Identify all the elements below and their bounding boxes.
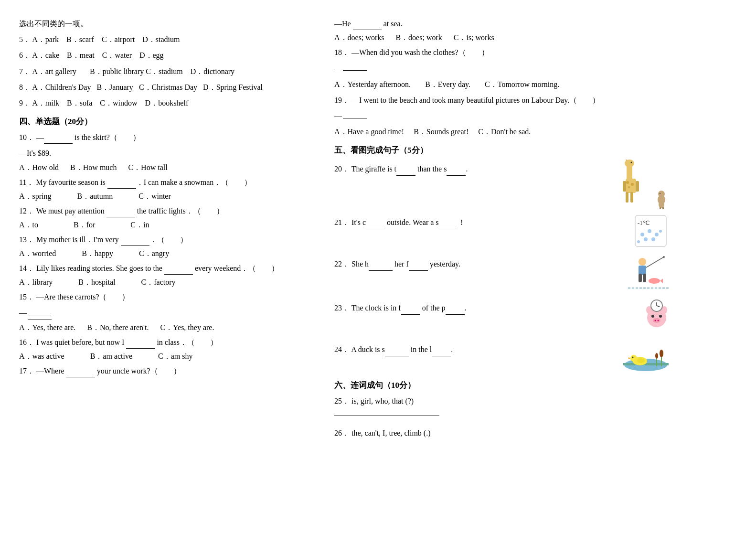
svg-rect-33 <box>643 274 646 282</box>
svg-point-39 <box>659 315 662 318</box>
question-26: 26． the, can't, I, tree, climb (.) <box>334 427 669 439</box>
svg-rect-5 <box>623 181 626 192</box>
question-19-dash: — <box>334 109 669 122</box>
svg-rect-17 <box>660 207 661 209</box>
question-18: 18． —When did you wash the clothes?（ ） <box>334 46 669 59</box>
small-animal-icon <box>654 185 669 209</box>
question-12-options: A．to B．for C．in <box>19 220 315 230</box>
question-22-text: 22． She h her f yesterday. <box>334 255 623 273</box>
question-11-options: A．spring B．autumn C．winter <box>19 192 315 202</box>
svg-point-21 <box>640 233 644 236</box>
svg-point-23 <box>655 233 659 236</box>
svg-point-51 <box>660 350 663 357</box>
svg-point-24 <box>644 237 648 241</box>
question-17-cont: —He at sea. <box>334 17 669 30</box>
question-10: 10． — is the skirt?（ ） <box>19 131 315 144</box>
svg-point-22 <box>648 229 651 233</box>
svg-point-28 <box>639 258 646 266</box>
duck-lake-image <box>623 340 669 373</box>
question-12: 12． We must pay attention the traffic li… <box>19 204 315 217</box>
svg-line-30 <box>646 257 664 267</box>
question-11: 11． My favourite season is ．I can make a… <box>19 176 315 189</box>
svg-point-7 <box>626 181 629 184</box>
question-8: 8． A．Children's Day B．January C．Christma… <box>19 81 315 94</box>
svg-point-8 <box>631 183 634 186</box>
svg-point-53 <box>655 353 658 359</box>
question-10-sub: —It's $89. <box>19 147 315 160</box>
question-25-line <box>334 411 669 424</box>
svg-point-1 <box>625 160 634 167</box>
svg-point-42 <box>658 320 659 321</box>
svg-point-58 <box>637 358 645 363</box>
svg-point-57 <box>632 357 634 358</box>
svg-point-34 <box>649 278 660 284</box>
svg-rect-29 <box>639 266 646 275</box>
question-14: 14． Lily likes reading stories. She goes… <box>19 262 315 275</box>
svg-rect-18 <box>662 207 664 209</box>
question-23-text: 23． The clock is in f of the p. <box>334 299 623 317</box>
question-5: 5． A．park B．scarf C．airport D．stadium <box>19 33 315 46</box>
question-13-options: A．worried B．happy C．angry <box>19 249 315 259</box>
svg-point-26 <box>659 230 662 233</box>
svg-point-40 <box>653 318 660 323</box>
cold-weather-image: -1℃ <box>633 213 669 251</box>
svg-point-9 <box>628 186 630 188</box>
giraffe-image <box>612 160 669 209</box>
svg-line-11 <box>626 160 627 160</box>
question-17-options: A．does; works B．does; work C．is; works <box>334 33 669 43</box>
question-15-options: A．Yes, there are. B．No, there aren't. C．… <box>19 323 315 333</box>
svg-marker-56 <box>628 357 630 359</box>
fishing-icon <box>628 255 669 293</box>
question-24-container: 24． A duck is s in the l. <box>334 340 669 373</box>
question-18-options: A．Yesterday afternoon. B．Every day. C．To… <box>334 78 669 91</box>
section-6-title: 六、连词成句（10分） <box>334 380 669 391</box>
question-7: 7． A．art gallery B．public library C．stad… <box>19 65 315 78</box>
question-6: 6． A．cake B．meat C．water D．egg <box>19 49 315 62</box>
question-16-options: A．was active B．am active C．am shy <box>19 352 315 362</box>
question-20-text: 20． The giraffe is t than the s. <box>334 160 607 178</box>
svg-point-14 <box>658 191 665 197</box>
section-5-title: 五、看图完成句子（5分） <box>334 145 669 156</box>
question-14-options: A．library B．hospital C．factory <box>19 278 315 288</box>
svg-rect-2 <box>626 179 636 193</box>
question-13: 13． My mother is ill．I'm very ．（ ） <box>19 233 315 246</box>
duck-icon <box>623 340 669 371</box>
svg-point-25 <box>651 237 655 241</box>
clock-image <box>628 299 669 336</box>
svg-point-27 <box>637 240 640 243</box>
question-22-container: 22． She h her f yesterday. <box>334 255 669 295</box>
fishing-image <box>628 255 669 295</box>
question-21-text: 21． It's c outside. Wear a s！ <box>334 213 628 232</box>
section-4-title: 四、单选题（20分） <box>19 116 315 127</box>
question-25: 25． is, girl, who, that (?) <box>334 395 669 407</box>
question-16: 16． I was quiet before, but now I in cla… <box>19 336 315 349</box>
question-23-container: 23． The clock is in f of the p. <box>334 299 669 336</box>
question-9: 9． A．milk B．sofa C．window D．bookshelf <box>19 96 315 109</box>
cold-icon: -1℃ <box>633 213 669 249</box>
svg-point-55 <box>630 355 637 362</box>
svg-marker-35 <box>660 278 663 283</box>
question-21-container: 21． It's c outside. Wear a s！ -1℃ <box>334 213 669 251</box>
question-19-options: A．Have a good time! B．Sounds great! C．Do… <box>334 125 669 138</box>
svg-rect-32 <box>639 274 642 282</box>
svg-rect-4 <box>630 192 633 203</box>
clock-pig-icon <box>628 299 669 334</box>
svg-point-31 <box>663 256 665 258</box>
svg-rect-3 <box>626 192 628 203</box>
question-19: 19． —I went to the beach and took many b… <box>334 94 669 107</box>
svg-text:-1℃: -1℃ <box>638 219 650 226</box>
giraffe-icon <box>612 160 650 207</box>
svg-point-15 <box>660 193 660 194</box>
question-17: 17． —Where your uncle work?（ ） <box>19 364 315 377</box>
question-24-text: 24． A duck is s in the l. <box>334 340 618 359</box>
question-20-container: 20． The giraffe is t than the s. <box>334 160 669 209</box>
question-15: 15． —Are these carrots?（ ） <box>19 290 315 303</box>
intro-text: 选出不同类的一项。 <box>19 17 315 30</box>
svg-rect-6 <box>636 181 639 192</box>
svg-point-38 <box>651 315 654 318</box>
svg-point-10 <box>631 162 632 163</box>
question-18-dash: — <box>334 62 669 75</box>
svg-point-41 <box>655 320 656 321</box>
question-10-options: A．How old B．How much C．How tall <box>19 163 315 173</box>
question-15-dash: —______ <box>19 306 315 320</box>
